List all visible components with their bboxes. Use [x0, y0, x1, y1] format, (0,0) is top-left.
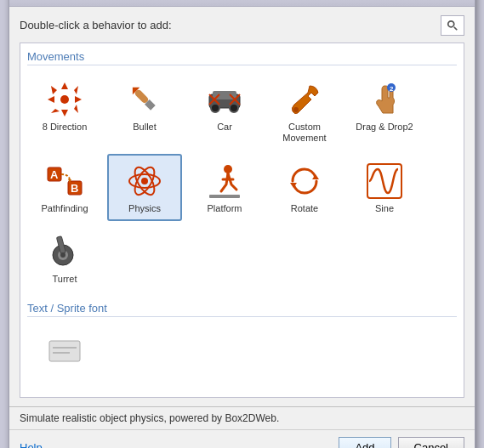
- drag-drop2-icon: 2: [364, 79, 405, 120]
- dialog-body: Double-click a behavior to add: Movement…: [9, 7, 475, 407]
- sine-icon: [364, 161, 405, 201]
- behavior-custom-movement[interactable]: Custom Movement: [267, 72, 342, 150]
- text-placeholder-icon: [44, 331, 85, 371]
- custom-movement-label: Custom Movement: [272, 122, 337, 144]
- behavior-platform[interactable]: Platform: [187, 154, 262, 221]
- platform-icon: [204, 161, 245, 201]
- behavior-turret[interactable]: Turret: [27, 224, 102, 292]
- behaviors-content: Movements: [20, 43, 464, 398]
- search-row: Double-click a behavior to add:: [20, 15, 464, 36]
- svg-line-1: [454, 26, 458, 30]
- behavior-physics[interactable]: Physics: [107, 154, 182, 221]
- behavior-8direction[interactable]: 8 Direction: [27, 72, 102, 150]
- behavior-drag-drop2[interactable]: 2 Drag & Drop2: [347, 72, 422, 150]
- drag-drop2-label: Drag & Drop2: [356, 122, 413, 133]
- bullet-icon: [124, 79, 165, 120]
- car-label: Car: [217, 122, 232, 133]
- rotate-label: Rotate: [291, 203, 318, 214]
- dialog-title: Add behavior: [9, 0, 475, 7]
- add-button[interactable]: Add: [339, 437, 390, 448]
- footer-buttons: Add Cancel: [339, 437, 464, 448]
- svg-marker-9: [51, 109, 60, 113]
- search-label: Double-click a behavior to add:: [20, 19, 172, 31]
- svg-point-2: [60, 95, 69, 104]
- add-behavior-dialog: Add behavior Double-click a behavior to …: [9, 0, 475, 448]
- behavior-sine[interactable]: Sine: [347, 154, 422, 221]
- search-icon: [447, 20, 458, 31]
- text-sprite-grid: [27, 324, 457, 380]
- pathfinding-icon: A B: [44, 161, 85, 201]
- sine-label: Sine: [375, 203, 394, 214]
- text-sprite-section-title: Text / Sprite font: [27, 302, 457, 317]
- svg-marker-7: [51, 86, 57, 94]
- svg-marker-8: [74, 86, 78, 94]
- rotate-icon: [284, 161, 325, 201]
- 8direction-label: 8 Direction: [43, 122, 88, 133]
- behavior-car[interactable]: Car: [187, 72, 262, 150]
- platform-label: Platform: [208, 203, 242, 214]
- status-bar: Simulate realistic object physics, power…: [9, 406, 475, 429]
- behavior-bullet[interactable]: Bullet: [107, 72, 182, 150]
- behavior-text-placeholder[interactable]: [27, 324, 102, 380]
- svg-point-33: [141, 178, 148, 184]
- custom-movement-icon: [284, 79, 325, 120]
- svg-text:2: 2: [390, 85, 394, 93]
- behavior-rotate[interactable]: Rotate: [267, 154, 342, 221]
- svg-marker-6: [75, 96, 82, 103]
- help-link[interactable]: Help: [20, 441, 43, 448]
- pathfinding-label: Pathfinding: [41, 203, 88, 214]
- bullet-label: Bullet: [133, 122, 157, 133]
- svg-text:A: A: [50, 168, 59, 181]
- turret-icon: [44, 231, 85, 272]
- status-text: Simulate realistic object physics, power…: [20, 412, 279, 424]
- 8direction-icon: [44, 79, 85, 120]
- svg-point-34: [224, 165, 232, 173]
- dialog-footer: Help Add Cancel: [9, 429, 475, 448]
- physics-label: Physics: [128, 203, 161, 214]
- svg-point-16: [211, 104, 219, 112]
- svg-marker-10: [74, 105, 78, 113]
- behaviors-scroll-container: Movements: [20, 43, 464, 399]
- car-icon: [204, 79, 245, 120]
- cancel-button[interactable]: Cancel: [398, 437, 464, 448]
- svg-point-17: [230, 104, 238, 112]
- svg-marker-3: [61, 82, 68, 89]
- physics-icon: [124, 161, 165, 201]
- svg-text:B: B: [71, 182, 78, 195]
- behavior-pathfinding[interactable]: A B Pathfinding: [27, 154, 102, 221]
- movements-section-title: Movements: [27, 50, 457, 65]
- svg-point-42: [60, 252, 65, 258]
- svg-point-0: [448, 20, 454, 26]
- svg-point-22: [293, 107, 299, 112]
- turret-label: Turret: [53, 274, 77, 285]
- svg-marker-4: [61, 110, 68, 116]
- movements-grid: 8 Direction: [27, 72, 457, 292]
- svg-rect-43: [49, 341, 80, 361]
- svg-marker-5: [48, 96, 54, 103]
- search-box[interactable]: [441, 15, 464, 36]
- svg-rect-35: [209, 195, 240, 198]
